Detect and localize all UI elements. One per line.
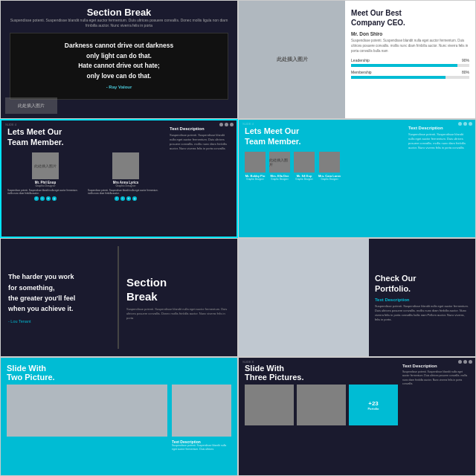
slide-team-dark: SLIDE 4 Lets Meet Our Team Member. 此处插入图… [0,119,238,238]
portfolio-title: Check Our Portfolio. [375,273,469,295]
ceo-content: Meet Our Best Company CEO. Mr. Don Shiro… [345,1,475,118]
member-role-2: Graphic Designer [271,178,288,181]
image-placeholder: 此处插入图片 [5,97,57,114]
ceo-image: 此处插入图片 [239,1,345,118]
img-overlay: 此处插入图片 [269,152,290,173]
two-pics-right: Text Description Suspendisse potenti. Su… [172,364,231,469]
picture-2 [297,385,346,425]
team-left-content: Lets Meet Our Team Member. Mr. Bobby Pio… [245,126,402,231]
portfolio-content: Check Our Portfolio. Text Description Su… [369,239,475,356]
slide-section-break-dark: Section Break Suspendisse potenti. Suspe… [0,0,238,119]
skill-bar-bg-leadership [351,64,469,67]
skill-membership: Membership 80% [351,70,469,79]
team-right-content: Text Description Suspendisse potenti. Su… [164,126,231,231]
text-desc-content: Suspendisse potenti. Suspendisse blandit… [402,370,469,386]
slide-ceo-profile: 此处插入图片 Meet Our Best Company CEO. Mr. Do… [238,0,476,119]
three-pics-right: Text Description Suspendisse potenti. Su… [402,364,469,469]
slide-nav [458,122,472,126]
quote-box: Darkness cannot drive out darkness only … [10,33,228,100]
motivation-left: The harder you work for something, the g… [8,246,118,349]
team-member-2: Mrs Anna Lyrics Graphic Designer Suspend… [88,152,164,201]
social-icon-1: f [34,196,39,201]
text-desc-content: Suspendisse potenti. Suspendisse blandit… [172,444,231,451]
skill-leadership: Leadership 90% [351,58,469,67]
slide-number: SLIDE 4 [242,122,254,126]
slide-title-bar: Section Break Suspendisse potenti. Suspe… [10,7,228,28]
skill-bar-bg-membership [351,76,469,79]
team-title: Lets Meet Our Team Member. [7,126,164,148]
slide-subtitle: Suspendisse potenti. Suspendisse blandit… [10,18,228,28]
member-image-2 [112,152,139,179]
member-role-4: Graphic Designer [321,178,338,181]
social-icon-3: in [46,196,51,201]
text-desc-label: Text Description [170,126,231,131]
text-desc-content: Suspendisse potenti. Suspendisse blandit… [170,133,231,151]
ceo-title: Meet Our Best Company CEO. [351,8,469,28]
quote-author: - Ray Valour [21,84,217,91]
skill-label-membership: Membership [351,70,372,74]
member-icons-1: f t in g [34,196,57,201]
image-placeholder-label: 此处插入图片 [277,56,308,63]
picture-1 [7,385,167,437]
slide-two-pictures: Slide With Two Picture. Text Description… [0,357,238,476]
ceo-name: Mr. Don Shiro [351,31,469,36]
skill-bar-fill-membership [351,76,446,79]
member-icons-2: f t in g [115,196,137,201]
motivation-author: - Lou Tenant [8,319,112,324]
slide-number: SLIDE 8 [242,360,254,364]
picture-2 [172,385,231,437]
team-left-content: Lets Meet Our Team Member. 此处插入图片 Mr. Ph… [7,126,164,231]
team-right-content: Text Description Suspendisse potenti. Su… [402,126,469,231]
slide-motivation: The harder you work for something, the g… [0,238,238,357]
skill-percent-membership: 80% [462,70,469,74]
counter-label: Portolio [367,407,379,411]
social-icon-5: f [115,196,119,201]
slide-title: Slide With Three Pictures. [245,364,398,382]
section-break-desc: Suspendisse potenti. Suspendisse blandit… [126,307,230,321]
member-img-2: 此处插入图片 [269,152,290,173]
member-role-2: Graphic Designer [115,184,135,187]
team-member-3: Mr. S4 Dup Graphic Designer [294,152,315,181]
team-member-1: 此处插入图片 Mr. Phil Enop Graphic Designer Su… [7,152,83,201]
two-pics-inner: Slide With Two Picture. Text Description… [7,364,231,469]
slide-portfolio: Check Our Portfolio. Text Description Su… [238,238,476,357]
img-overlay-1: 此处插入图片 [32,152,59,179]
picture-1 [245,385,294,425]
team-title: Lets Meet Our Team Member. [245,126,402,147]
slide-nav [219,123,234,126]
skill-label-leadership: Leadership [351,58,370,62]
picture-counter: +23 Portolio [349,385,398,425]
team-members-row: 此处插入图片 Mr. Phil Enop Graphic Designer Su… [7,152,164,201]
member-img-1 [245,152,266,173]
social-icon-7: in [126,196,131,201]
social-icon-4: g [52,196,57,201]
pictures-row: +23 Portolio [245,385,398,425]
team-member-4: Mrs. Cara Larov Graphic Designer [318,152,341,181]
quote-text: Darkness cannot drive out darkness only … [21,41,217,81]
member-desc-1: Suspendisse potenti. Suspendisse blandit… [7,189,83,195]
text-desc-label: Text Description [402,364,469,368]
ceo-description: Suspendisse potenti. Suspendisse blandit… [351,39,469,54]
slide-team-cyan: SLIDE 4 Lets Meet Our Team Member. Mr. B… [238,119,476,238]
text-desc-label: Text Description [375,298,469,302]
social-icon-2: t [40,196,45,201]
text-desc-label: Text Description [408,126,469,130]
slide-title: Section Break [10,7,228,18]
motivation-quote: The harder you work for something, the g… [8,271,112,315]
team-member-2: 此处插入图片 Mrs. Ella Dee Graphic Designer [269,152,290,181]
social-icon-6: t [120,196,125,201]
slide-number: SLIDE 4 [5,123,16,126]
slide-three-pictures: SLIDE 8 Slide With Three Pictures. +23 P… [238,357,476,476]
three-pics-left: Slide With Three Pictures. +23 Portolio [245,364,398,469]
portfolio-description: Suspendisse potenti. Suspendisse blandit… [375,304,469,322]
social-icon-8: g [132,196,137,201]
member-role-3: Graphic Designer [295,178,312,181]
two-pics-left: Slide With Two Picture. [7,364,167,469]
skill-percent-leadership: 90% [462,58,469,62]
section-break-label: Section Break [126,275,230,304]
counter-number: +23 [367,400,379,407]
portfolio-image [239,239,369,356]
member-role-1: Graphic Designer [35,184,55,187]
member-img-3 [294,152,315,173]
team-members-row: Mr. Bobby Pio Graphic Designer 此处插入图片 Mr… [245,152,402,181]
